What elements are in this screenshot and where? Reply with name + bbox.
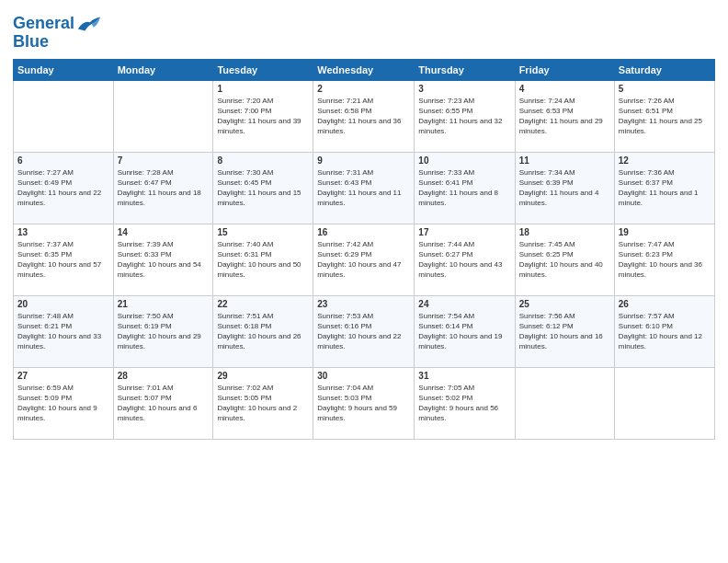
weekday-header-cell: Monday — [113, 59, 213, 80]
day-info: Sunrise: 7:39 AM Sunset: 6:33 PM Dayligh… — [118, 239, 210, 281]
logo-bird-icon — [76, 13, 102, 35]
logo-text2: Blue — [13, 33, 102, 52]
day-number: 12 — [619, 155, 711, 166]
calendar-table: SundayMondayTuesdayWednesdayThursdayFrid… — [13, 59, 715, 440]
day-number: 18 — [519, 227, 610, 237]
calendar-week-row: 6Sunrise: 7:27 AM Sunset: 6:49 PM Daylig… — [14, 152, 715, 224]
day-number: 20 — [17, 299, 109, 309]
calendar-cell: 4Sunrise: 7:24 AM Sunset: 6:53 PM Daylig… — [515, 80, 614, 152]
day-number: 6 — [17, 155, 109, 166]
day-info: Sunrise: 7:48 AM Sunset: 6:21 PM Dayligh… — [17, 311, 109, 352]
calendar-cell: 31Sunrise: 7:05 AM Sunset: 5:02 PM Dayli… — [415, 367, 515, 439]
day-number: 27 — [17, 371, 109, 381]
calendar-week-row: 20Sunrise: 7:48 AM Sunset: 6:21 PM Dayli… — [14, 295, 715, 367]
day-number: 1 — [217, 84, 309, 94]
day-number: 17 — [418, 227, 510, 237]
day-info: Sunrise: 7:53 AM Sunset: 6:16 PM Dayligh… — [317, 311, 410, 352]
day-number: 11 — [519, 155, 610, 166]
day-number: 31 — [418, 371, 510, 381]
day-number: 15 — [217, 227, 309, 237]
day-number: 14 — [118, 227, 210, 237]
day-info: Sunrise: 7:30 AM Sunset: 6:45 PM Dayligh… — [217, 167, 309, 209]
day-number: 28 — [118, 371, 210, 381]
day-info: Sunrise: 7:56 AM Sunset: 6:12 PM Dayligh… — [519, 311, 610, 352]
calendar-cell: 5Sunrise: 7:26 AM Sunset: 6:51 PM Daylig… — [614, 80, 714, 152]
day-info: Sunrise: 7:33 AM Sunset: 6:41 PM Dayligh… — [418, 167, 510, 209]
day-number: 5 — [619, 84, 711, 94]
day-info: Sunrise: 7:47 AM Sunset: 6:23 PM Dayligh… — [619, 239, 711, 281]
calendar-cell: 28Sunrise: 7:01 AM Sunset: 5:07 PM Dayli… — [113, 367, 213, 439]
calendar-cell: 10Sunrise: 7:33 AM Sunset: 6:41 PM Dayli… — [415, 152, 515, 224]
day-info: Sunrise: 7:44 AM Sunset: 6:27 PM Dayligh… — [418, 239, 510, 281]
calendar-cell: 26Sunrise: 7:57 AM Sunset: 6:10 PM Dayli… — [614, 295, 714, 367]
calendar-cell: 3Sunrise: 7:23 AM Sunset: 6:55 PM Daylig… — [415, 80, 515, 152]
day-number: 25 — [519, 299, 610, 309]
day-number: 9 — [317, 155, 410, 166]
calendar-cell: 11Sunrise: 7:34 AM Sunset: 6:39 PM Dayli… — [515, 152, 614, 224]
day-info: Sunrise: 7:21 AM Sunset: 6:58 PM Dayligh… — [317, 96, 410, 137]
calendar-cell: 2Sunrise: 7:21 AM Sunset: 6:58 PM Daylig… — [313, 80, 415, 152]
day-number: 26 — [619, 299, 711, 309]
weekday-header-cell: Thursday — [415, 59, 515, 80]
day-info: Sunrise: 6:59 AM Sunset: 5:09 PM Dayligh… — [17, 383, 109, 424]
calendar-body: 1Sunrise: 7:20 AM Sunset: 7:00 PM Daylig… — [14, 80, 715, 439]
day-info: Sunrise: 7:57 AM Sunset: 6:10 PM Dayligh… — [619, 311, 711, 352]
calendar-cell: 7Sunrise: 7:28 AM Sunset: 6:47 PM Daylig… — [113, 152, 213, 224]
day-info: Sunrise: 7:51 AM Sunset: 6:18 PM Dayligh… — [217, 311, 309, 352]
day-number: 24 — [418, 299, 510, 309]
day-info: Sunrise: 7:45 AM Sunset: 6:25 PM Dayligh… — [519, 239, 610, 281]
day-info: Sunrise: 7:26 AM Sunset: 6:51 PM Dayligh… — [619, 96, 711, 137]
calendar-cell: 1Sunrise: 7:20 AM Sunset: 7:00 PM Daylig… — [213, 80, 313, 152]
day-info: Sunrise: 7:28 AM Sunset: 6:47 PM Dayligh… — [118, 167, 210, 209]
calendar-cell: 15Sunrise: 7:40 AM Sunset: 6:31 PM Dayli… — [213, 224, 313, 295]
day-info: Sunrise: 7:34 AM Sunset: 6:39 PM Dayligh… — [519, 167, 610, 209]
calendar-week-row: 13Sunrise: 7:37 AM Sunset: 6:35 PM Dayli… — [14, 224, 715, 295]
calendar-cell — [14, 80, 114, 152]
calendar-cell: 20Sunrise: 7:48 AM Sunset: 6:21 PM Dayli… — [14, 295, 114, 367]
day-info: Sunrise: 7:23 AM Sunset: 6:55 PM Dayligh… — [418, 96, 510, 137]
calendar-cell: 6Sunrise: 7:27 AM Sunset: 6:49 PM Daylig… — [14, 152, 114, 224]
calendar-cell: 16Sunrise: 7:42 AM Sunset: 6:29 PM Dayli… — [313, 224, 415, 295]
day-number: 8 — [217, 155, 309, 166]
calendar-cell: 19Sunrise: 7:47 AM Sunset: 6:23 PM Dayli… — [614, 224, 714, 295]
page-header: General Blue — [13, 9, 715, 52]
day-number: 13 — [17, 227, 109, 237]
day-info: Sunrise: 7:02 AM Sunset: 5:05 PM Dayligh… — [217, 383, 309, 424]
calendar-cell: 13Sunrise: 7:37 AM Sunset: 6:35 PM Dayli… — [14, 224, 114, 295]
day-number: 4 — [519, 84, 610, 94]
day-info: Sunrise: 7:05 AM Sunset: 5:02 PM Dayligh… — [418, 383, 510, 424]
calendar-cell: 22Sunrise: 7:51 AM Sunset: 6:18 PM Dayli… — [213, 295, 313, 367]
weekday-header-cell: Wednesday — [313, 59, 415, 80]
day-info: Sunrise: 7:27 AM Sunset: 6:49 PM Dayligh… — [17, 167, 109, 209]
calendar-week-row: 27Sunrise: 6:59 AM Sunset: 5:09 PM Dayli… — [14, 367, 715, 439]
day-info: Sunrise: 7:04 AM Sunset: 5:03 PM Dayligh… — [317, 383, 410, 424]
calendar-cell: 24Sunrise: 7:54 AM Sunset: 6:14 PM Dayli… — [415, 295, 515, 367]
logo-text: General — [13, 15, 74, 33]
calendar-cell: 30Sunrise: 7:04 AM Sunset: 5:03 PM Dayli… — [313, 367, 415, 439]
day-number: 29 — [217, 371, 309, 381]
calendar-cell — [515, 367, 614, 439]
day-info: Sunrise: 7:20 AM Sunset: 7:00 PM Dayligh… — [217, 96, 309, 137]
logo: General Blue — [13, 13, 102, 52]
day-info: Sunrise: 7:54 AM Sunset: 6:14 PM Dayligh… — [418, 311, 510, 352]
day-number: 7 — [118, 155, 210, 166]
calendar-cell: 23Sunrise: 7:53 AM Sunset: 6:16 PM Dayli… — [313, 295, 415, 367]
calendar-cell: 17Sunrise: 7:44 AM Sunset: 6:27 PM Dayli… — [415, 224, 515, 295]
calendar-cell: 9Sunrise: 7:31 AM Sunset: 6:43 PM Daylig… — [313, 152, 415, 224]
day-info: Sunrise: 7:24 AM Sunset: 6:53 PM Dayligh… — [519, 96, 610, 137]
calendar-cell: 18Sunrise: 7:45 AM Sunset: 6:25 PM Dayli… — [515, 224, 614, 295]
day-info: Sunrise: 7:40 AM Sunset: 6:31 PM Dayligh… — [217, 239, 309, 281]
weekday-header-row: SundayMondayTuesdayWednesdayThursdayFrid… — [14, 59, 715, 80]
weekday-header-cell: Tuesday — [213, 59, 313, 80]
day-number: 23 — [317, 299, 410, 309]
day-info: Sunrise: 7:31 AM Sunset: 6:43 PM Dayligh… — [317, 167, 410, 209]
weekday-header-cell: Saturday — [614, 59, 714, 80]
calendar-cell: 12Sunrise: 7:36 AM Sunset: 6:37 PM Dayli… — [614, 152, 714, 224]
day-info: Sunrise: 7:01 AM Sunset: 5:07 PM Dayligh… — [118, 383, 210, 424]
day-info: Sunrise: 7:42 AM Sunset: 6:29 PM Dayligh… — [317, 239, 410, 281]
day-number: 19 — [619, 227, 711, 237]
calendar-cell: 29Sunrise: 7:02 AM Sunset: 5:05 PM Dayli… — [213, 367, 313, 439]
calendar-cell: 8Sunrise: 7:30 AM Sunset: 6:45 PM Daylig… — [213, 152, 313, 224]
day-number: 16 — [317, 227, 410, 237]
day-number: 22 — [217, 299, 309, 309]
